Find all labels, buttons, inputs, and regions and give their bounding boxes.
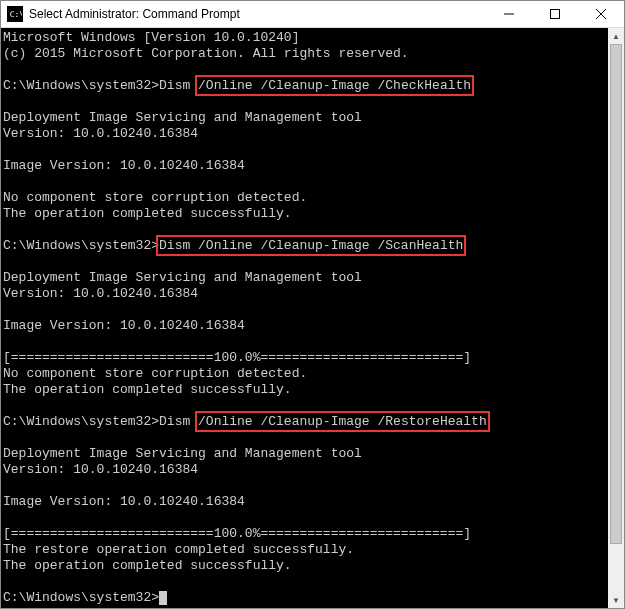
terminal-output[interactable]: Microsoft Windows [Version 10.0.10240](c… [1, 28, 608, 608]
output-line: The operation completed successfully. [3, 558, 606, 574]
output-line [3, 222, 606, 238]
scrollbar-down-arrow-icon[interactable]: ▼ [608, 592, 624, 608]
output-line: The restore operation completed successf… [3, 542, 606, 558]
titlebar[interactable]: C:\ Select Administrator: Command Prompt [1, 1, 624, 28]
output-line: [==========================100.0%=======… [3, 350, 606, 366]
output-line [3, 94, 606, 110]
vertical-scrollbar[interactable]: ▲ ▼ [608, 28, 624, 608]
minimize-button[interactable] [486, 1, 532, 27]
output-line: Deployment Image Servicing and Managemen… [3, 270, 606, 286]
prompt-text: C:\Windows\system32>Dism [3, 78, 198, 93]
prompt-text: C:\Windows\system32>Dism [3, 414, 198, 429]
highlighted-command-1: /Online /Cleanup-Image /CheckHealth [198, 78, 471, 93]
terminal-area: Microsoft Windows [Version 10.0.10240](c… [1, 28, 624, 608]
output-line: C:\Windows\system32>Dism /Online /Cleanu… [3, 78, 606, 94]
cmd-icon: C:\ [7, 6, 23, 22]
output-line [3, 430, 606, 446]
scrollbar-thumb[interactable] [610, 44, 622, 544]
output-line: (c) 2015 Microsoft Corporation. All righ… [3, 46, 606, 62]
scrollbar-up-arrow-icon[interactable]: ▲ [608, 28, 624, 44]
prompt-text: C:\Windows\system32> [3, 238, 159, 253]
output-line: Deployment Image Servicing and Managemen… [3, 446, 606, 462]
close-button[interactable] [578, 1, 624, 27]
output-line: Version: 10.0.10240.16384 [3, 286, 606, 302]
output-line [3, 398, 606, 414]
output-line [3, 142, 606, 158]
output-line [3, 302, 606, 318]
svg-rect-3 [551, 10, 560, 19]
output-line: Deployment Image Servicing and Managemen… [3, 110, 606, 126]
maximize-button[interactable] [532, 1, 578, 27]
cursor [159, 591, 167, 605]
output-line: C:\Windows\system32>Dism /Online /Cleanu… [3, 414, 606, 430]
prompt-text: C:\Windows\system32> [3, 590, 159, 605]
output-line: No component store corruption detected. [3, 190, 606, 206]
output-line: [==========================100.0%=======… [3, 526, 606, 542]
window-controls [486, 1, 624, 27]
output-line: Image Version: 10.0.10240.16384 [3, 318, 606, 334]
output-line [3, 574, 606, 590]
output-line [3, 174, 606, 190]
output-line [3, 62, 606, 78]
svg-text:C:\: C:\ [10, 10, 22, 19]
output-line: Image Version: 10.0.10240.16384 [3, 494, 606, 510]
output-line [3, 510, 606, 526]
highlighted-command-2: Dism /Online /Cleanup-Image /ScanHealth [159, 238, 463, 253]
output-line [3, 478, 606, 494]
output-line [3, 334, 606, 350]
output-line: Image Version: 10.0.10240.16384 [3, 158, 606, 174]
output-line: Version: 10.0.10240.16384 [3, 126, 606, 142]
output-line: C:\Windows\system32>Dism /Online /Cleanu… [3, 238, 606, 254]
window-title: Select Administrator: Command Prompt [29, 7, 486, 21]
output-line: The operation completed successfully. [3, 206, 606, 222]
highlighted-command-3: /Online /Cleanup-Image /RestoreHealth [198, 414, 487, 429]
output-line: No component store corruption detected. [3, 366, 606, 382]
output-line: Version: 10.0.10240.16384 [3, 462, 606, 478]
output-line: The operation completed successfully. [3, 382, 606, 398]
output-line: Microsoft Windows [Version 10.0.10240] [3, 30, 606, 46]
output-line: C:\Windows\system32> [3, 590, 606, 606]
output-line [3, 254, 606, 270]
command-prompt-window: C:\ Select Administrator: Command Prompt… [0, 0, 625, 609]
